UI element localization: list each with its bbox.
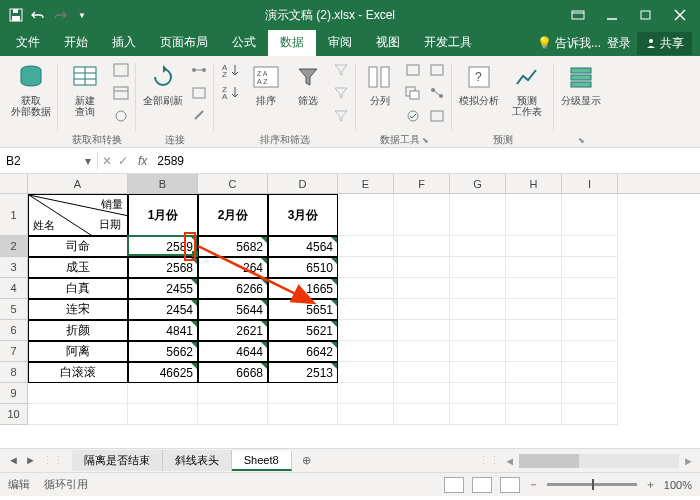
row-header[interactable]: 9 [0, 383, 28, 404]
manage-data-model-button[interactable] [426, 105, 448, 127]
cell[interactable] [562, 362, 618, 383]
qat-more-icon[interactable]: ▼ [74, 7, 90, 23]
cell[interactable] [562, 236, 618, 257]
table-cell[interactable]: 折颜 [28, 320, 128, 341]
cell[interactable] [394, 341, 450, 362]
cell[interactable] [506, 236, 562, 257]
tab-review[interactable]: 审阅 [316, 30, 364, 56]
formula-input[interactable] [153, 152, 700, 170]
cell[interactable] [338, 404, 394, 425]
row-header[interactable]: 6 [0, 320, 28, 341]
column-header[interactable]: H [506, 174, 562, 193]
cell[interactable] [28, 383, 128, 404]
cell[interactable] [394, 362, 450, 383]
recent-sources-button[interactable] [110, 105, 132, 127]
table-cell[interactable]: 5621 [268, 320, 338, 341]
cell[interactable] [394, 383, 450, 404]
cell[interactable] [338, 320, 394, 341]
table-cell[interactable]: 连宋 [28, 299, 128, 320]
cell[interactable] [450, 362, 506, 383]
cell[interactable] [450, 299, 506, 320]
from-table-button[interactable] [110, 82, 132, 104]
row-header[interactable]: 10 [0, 404, 28, 425]
clear-filter-button[interactable] [330, 59, 352, 81]
consolidate-button[interactable] [426, 59, 448, 81]
table-cell[interactable]: 46625 [128, 362, 198, 383]
cell[interactable] [562, 299, 618, 320]
cell[interactable] [394, 236, 450, 257]
table-cell[interactable]: 6642 [268, 341, 338, 362]
diagonal-header-cell[interactable]: 销量 日期 姓名 [28, 194, 128, 236]
fx-icon[interactable]: fx [132, 154, 153, 168]
outline-button[interactable]: 分级显示 [558, 59, 604, 108]
cell[interactable] [394, 320, 450, 341]
row-header[interactable]: 1 [0, 194, 28, 236]
row-header[interactable]: 5 [0, 299, 28, 320]
view-layout-button[interactable] [472, 477, 492, 493]
login-button[interactable]: 登录 [607, 35, 631, 52]
tab-formula[interactable]: 公式 [220, 30, 268, 56]
column-header[interactable]: G [450, 174, 506, 193]
row-header[interactable]: 4 [0, 278, 28, 299]
cell[interactable] [450, 257, 506, 278]
tab-insert[interactable]: 插入 [100, 30, 148, 56]
cancel-formula-icon[interactable]: ✕ [102, 154, 112, 168]
cell[interactable] [338, 341, 394, 362]
table-cell[interactable]: 5682 [198, 236, 268, 257]
new-sheet-button[interactable]: ⊕ [292, 454, 321, 467]
column-header[interactable]: I [562, 174, 618, 193]
table-cell[interactable]: 5662 [128, 341, 198, 362]
tab-layout[interactable]: 页面布局 [148, 30, 220, 56]
cell[interactable] [450, 278, 506, 299]
redo-icon[interactable] [52, 7, 68, 23]
cell[interactable] [562, 278, 618, 299]
table-cell[interactable]: 4564 [268, 236, 338, 257]
tab-file[interactable]: 文件 [4, 30, 52, 56]
connections-button[interactable] [188, 59, 210, 81]
table-cell[interactable]: 1月份 [128, 194, 198, 236]
cell[interactable] [128, 383, 198, 404]
cell[interactable] [450, 404, 506, 425]
table-cell[interactable]: 5644 [198, 299, 268, 320]
cell[interactable] [506, 299, 562, 320]
launcher-icon[interactable]: ⬊ [578, 136, 585, 145]
table-cell[interactable]: 阿离 [28, 341, 128, 362]
ribbon-options-icon[interactable] [562, 1, 594, 29]
table-cell[interactable]: 3月份 [268, 194, 338, 236]
data-validation-button[interactable] [402, 105, 424, 127]
cell[interactable] [128, 404, 198, 425]
share-button[interactable]: 共享 [637, 32, 692, 55]
view-normal-button[interactable] [444, 477, 464, 493]
cell[interactable] [450, 194, 506, 236]
cell[interactable] [562, 383, 618, 404]
cell[interactable] [338, 236, 394, 257]
launcher-icon[interactable]: ⬊ [422, 136, 429, 145]
cell[interactable] [450, 236, 506, 257]
sort-desc-button[interactable]: ZA [218, 81, 244, 103]
hscroll-left-icon[interactable]: ◄ [504, 455, 515, 467]
show-queries-button[interactable] [110, 59, 132, 81]
cell[interactable] [268, 383, 338, 404]
sheet-nav-next-icon[interactable]: ► [23, 452, 38, 469]
sort-button[interactable]: Z AA Z 排序 [246, 59, 286, 108]
cell[interactable] [506, 194, 562, 236]
cell[interactable] [394, 404, 450, 425]
save-icon[interactable] [8, 7, 24, 23]
tab-data[interactable]: 数据 [268, 30, 316, 56]
cell[interactable] [338, 194, 394, 236]
cell[interactable] [450, 320, 506, 341]
undo-icon[interactable] [30, 7, 46, 23]
cell[interactable] [394, 257, 450, 278]
relationships-button[interactable] [426, 82, 448, 104]
refresh-all-button[interactable]: 全部刷新 [140, 59, 186, 108]
table-cell[interactable]: 6668 [198, 362, 268, 383]
zoom-out-button[interactable]: － [528, 477, 539, 492]
get-external-data-button[interactable]: 获取 外部数据 [8, 59, 54, 119]
table-cell[interactable]: 2621 [198, 320, 268, 341]
sheet-tab[interactable]: 隔离是否结束 [72, 450, 163, 471]
cells-area[interactable]: 销量 日期 姓名1月份2月份3月份司命258956824564成玉2568264… [28, 194, 700, 448]
cell[interactable] [338, 257, 394, 278]
tab-home[interactable]: 开始 [52, 30, 100, 56]
cell[interactable] [338, 362, 394, 383]
maximize-icon[interactable] [630, 1, 662, 29]
